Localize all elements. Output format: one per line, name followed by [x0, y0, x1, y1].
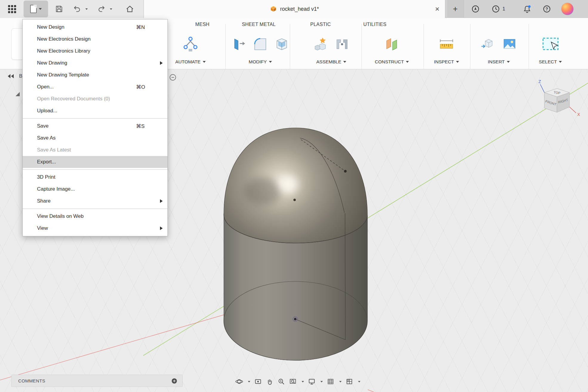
ribbon-group-select: SELECT: [539, 30, 562, 65]
select-button[interactable]: [541, 36, 560, 53]
construction-plane-button[interactable]: [384, 36, 400, 53]
menu-item-share[interactable]: Share: [23, 195, 167, 207]
menu-item-3d-print[interactable]: 3D Print: [23, 171, 167, 183]
comments-bar[interactable]: COMMENTS: [11, 375, 183, 387]
help-button[interactable]: ?: [541, 0, 553, 18]
group-dropdown-insert[interactable]: INSERT: [488, 59, 510, 65]
browser-title-partial: B: [19, 74, 22, 79]
rocket-head-body[interactable]: [224, 128, 368, 360]
avatar[interactable]: [561, 3, 574, 15]
viewports-button[interactable]: [346, 378, 353, 385]
menu-item-view-details-on-web[interactable]: View Details on Web: [23, 210, 167, 222]
menu-item-capture-image[interactable]: Capture Image...: [23, 183, 167, 195]
look-at-button[interactable]: [254, 378, 262, 385]
view-cube[interactable]: Z TOP FRONT RIGHT X: [531, 76, 588, 129]
new-tab-button[interactable]: +: [447, 0, 464, 18]
measure-button[interactable]: [438, 36, 455, 53]
app-launcher-button[interactable]: [7, 0, 17, 18]
chevron-down-icon: [343, 61, 346, 63]
browser-collapse-button[interactable]: [8, 74, 14, 78]
automate-tool-button[interactable]: [182, 36, 199, 53]
tab-plastic[interactable]: PLASTIC: [310, 18, 331, 31]
fillet-button[interactable]: [252, 36, 269, 53]
tab-sheet-metal[interactable]: SHEET METAL: [242, 18, 276, 31]
pan-button[interactable]: [266, 378, 274, 385]
origin-point[interactable]: [294, 318, 296, 320]
chevron-left-icon: [8, 74, 10, 78]
menu-item-export[interactable]: Export...: [23, 156, 167, 168]
tab-utilities[interactable]: UTILITIES: [363, 18, 386, 31]
plane-icon: [384, 36, 400, 53]
submenu-arrow-icon: [160, 61, 163, 65]
panel-display-toggle[interactable]: [169, 74, 177, 82]
derive-cube-icon: [480, 36, 496, 53]
notifications-button[interactable]: [521, 0, 533, 18]
chevron-down-icon: [85, 8, 88, 10]
sketch-point[interactable]: [293, 199, 296, 201]
save-button[interactable]: [54, 0, 64, 18]
grid-display-button[interactable]: [327, 378, 335, 385]
viewports-dropdown[interactable]: [357, 381, 361, 382]
group-dropdown-construct[interactable]: CONSTRUCT: [375, 59, 409, 65]
home-view-button[interactable]: [124, 0, 136, 18]
document-tab[interactable]: rocket_head v1* ✕: [144, 0, 445, 18]
menu-item-label: New Drawing Template: [37, 72, 89, 78]
ribbon-group-automate: AUTOMATE: [175, 30, 206, 65]
undo-icon: [73, 5, 81, 13]
menu-item-new-electronics-design[interactable]: New Electronics Design: [23, 33, 167, 45]
menu-item-view[interactable]: View: [23, 222, 167, 234]
insert-derive-button[interactable]: [480, 36, 496, 53]
submenu-arrow-icon: [160, 199, 163, 203]
zoom-button[interactable]: [278, 378, 285, 385]
menu-item-label: Save As Latest: [37, 147, 71, 153]
menu-item-new-drawing-template[interactable]: New Drawing Template: [23, 69, 167, 81]
z-axis-label: Z: [538, 79, 541, 84]
tab-mesh[interactable]: MESH: [195, 18, 209, 31]
redo-button[interactable]: [96, 0, 107, 18]
clock-icon: [491, 4, 500, 13]
menu-item-save[interactable]: Save ⌘S: [23, 120, 167, 132]
add-comment-icon[interactable]: [171, 378, 178, 384]
insert-canvas-button[interactable]: [501, 36, 518, 53]
new-component-button[interactable]: [312, 36, 329, 53]
group-dropdown-inspect[interactable]: INSPECT: [434, 59, 459, 65]
comments-label: COMMENTS: [18, 378, 45, 383]
ribbon-group-construct: CONSTRUCT: [375, 30, 409, 65]
group-dropdown-select[interactable]: SELECT: [539, 59, 562, 65]
tab-label: UTILITIES: [363, 22, 386, 27]
job-status-button[interactable]: [470, 0, 481, 18]
redo-dropdown[interactable]: [108, 0, 113, 18]
display-settings-button[interactable]: [308, 378, 316, 385]
group-dropdown-assemble[interactable]: ASSEMBLE: [316, 59, 347, 65]
press-pull-button[interactable]: [230, 36, 247, 53]
close-tab-button[interactable]: ✕: [435, 0, 440, 18]
menu-item-label: New Electronics Design: [37, 36, 91, 42]
undo-button[interactable]: [72, 0, 82, 18]
fusion-app-window: rocket_head v1* ✕ + 1: [0, 0, 588, 392]
history-button[interactable]: [490, 0, 502, 18]
menu-item-save-as-latest: Save As Latest: [23, 144, 167, 156]
menu-item-label: Save: [37, 123, 49, 129]
joint-button[interactable]: [334, 36, 350, 53]
menu-item-new-design[interactable]: New Design ⌘N: [23, 21, 167, 33]
look-at-icon: [254, 378, 262, 385]
orbit-icon: [235, 378, 243, 385]
zoom-window-button[interactable]: [289, 378, 297, 385]
group-dropdown-automate[interactable]: AUTOMATE: [175, 59, 206, 65]
menu-item-new-electronics-library[interactable]: New Electronics Library: [23, 45, 167, 57]
zoom-window-dropdown[interactable]: [301, 381, 304, 382]
file-menu-button[interactable]: [24, 1, 48, 17]
menu-item-upload[interactable]: Upload...: [23, 105, 167, 117]
menu-item-open[interactable]: Open... ⌘O: [23, 81, 167, 93]
menu-item-new-drawing[interactable]: New Drawing: [23, 57, 167, 69]
zoom-window-icon: [289, 378, 297, 385]
undo-dropdown[interactable]: [84, 0, 88, 18]
grid-display-dropdown[interactable]: [338, 381, 342, 382]
shell-button[interactable]: [273, 36, 290, 53]
display-settings-dropdown[interactable]: [320, 381, 323, 382]
group-dropdown-modify[interactable]: MODIFY: [249, 59, 272, 65]
orbit-button[interactable]: [235, 378, 243, 385]
sketch-point[interactable]: [344, 170, 347, 173]
orbit-dropdown[interactable]: [247, 381, 250, 382]
menu-item-save-as[interactable]: Save As: [23, 132, 167, 144]
